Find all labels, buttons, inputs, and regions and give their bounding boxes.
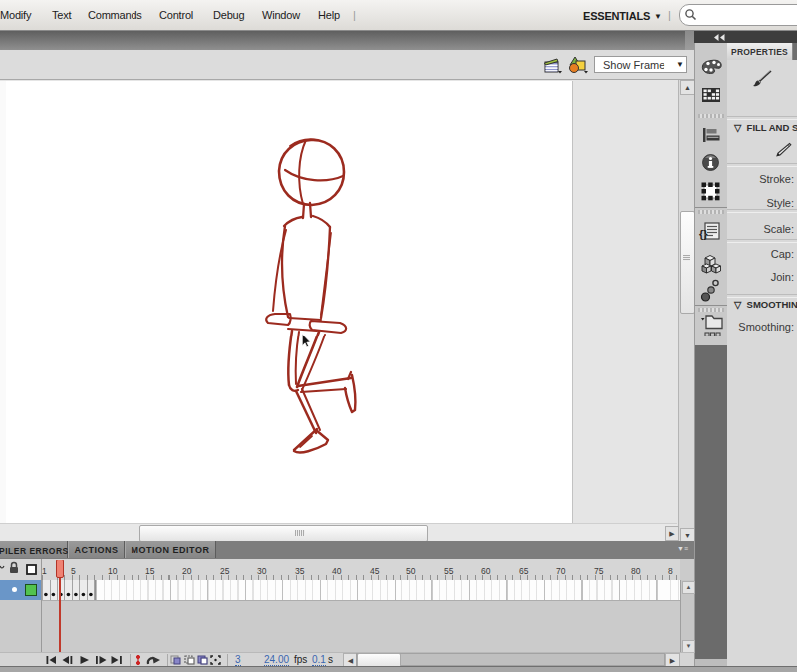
svg-text:{}: {} <box>699 228 708 240</box>
